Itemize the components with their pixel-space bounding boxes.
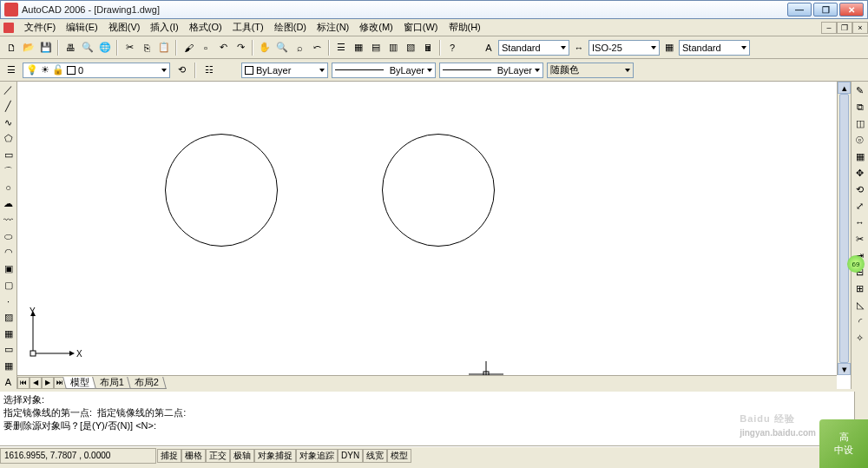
lineweight-dropdown[interactable]: ByLayer [439, 63, 543, 78]
fillet-icon[interactable]: ◜ [853, 314, 867, 328]
vertical-scrollbar[interactable]: ▴ ▾ [837, 82, 851, 375]
point-icon[interactable]: · [2, 294, 16, 308]
table-style-icon[interactable]: ▦ [661, 40, 677, 56]
offset-icon[interactable]: ⦾ [853, 133, 867, 147]
save-icon[interactable]: 💾 [38, 40, 54, 56]
command-text[interactable]: 选择对象: 指定镜像线的第一点: 指定镜像线的第二点: 要删除源对象吗？[是(Y… [0, 392, 854, 445]
mdi-close[interactable]: × [852, 22, 868, 34]
table-style-dropdown[interactable]: Standard [679, 40, 750, 56]
menu-insert[interactable]: 插入(I) [145, 19, 183, 36]
trim-icon[interactable]: ✂ [853, 232, 867, 246]
toggle-otrack[interactable]: 对象追踪 [296, 449, 338, 463]
undo-icon[interactable]: ↶ [215, 40, 231, 56]
new-icon[interactable]: 🗋 [3, 40, 19, 56]
erase-icon[interactable]: ✎ [853, 83, 867, 97]
explode-icon[interactable]: ✧ [853, 331, 867, 345]
ellipse-arc-icon[interactable]: ◠ [2, 246, 16, 260]
paste-icon[interactable]: 📋 [156, 40, 172, 56]
help-icon[interactable]: ? [444, 40, 460, 56]
region-icon[interactable]: ▭ [2, 343, 16, 357]
text-style-dropdown[interactable]: Standard [498, 40, 569, 56]
command-window[interactable]: 选择对象: 指定镜像线的第一点: 指定镜像线的第二点: 要删除源对象吗？[是(Y… [0, 389, 868, 446]
menu-draw[interactable]: 绘图(D) [269, 19, 312, 36]
tab-prev-icon[interactable]: ◀ [30, 377, 42, 389]
mtext-icon[interactable]: A [2, 375, 16, 389]
text-style-icon[interactable]: A [481, 40, 496, 56]
gradient-icon[interactable]: ▦ [2, 326, 16, 340]
dim-style-icon[interactable]: ↔ [571, 40, 587, 56]
open-icon[interactable]: 📂 [21, 40, 36, 56]
calc-icon[interactable]: 🖩 [420, 40, 436, 56]
toggle-ortho[interactable]: 正交 [206, 449, 230, 463]
revcloud-icon[interactable]: ☁ [2, 197, 16, 211]
zoom-window-icon[interactable]: ⌕ [292, 40, 307, 56]
color-dropdown[interactable]: ByLayer [241, 63, 328, 78]
preview-icon[interactable]: 🔍 [80, 40, 95, 56]
mdi-minimize[interactable]: – [821, 22, 837, 34]
polyline-icon[interactable]: ∿ [2, 115, 16, 129]
design-center-icon[interactable]: ▦ [351, 40, 366, 56]
stretch-icon[interactable]: ↔ [853, 215, 867, 229]
close-button[interactable]: ✕ [839, 3, 864, 16]
properties-icon[interactable]: ☰ [333, 40, 349, 56]
tab-layout2[interactable]: 布局2 [127, 377, 167, 389]
rotate-icon[interactable]: ⟲ [853, 182, 867, 196]
scale-icon[interactable]: ⤢ [853, 199, 867, 213]
publish-icon[interactable]: 🌐 [97, 40, 113, 56]
scroll-down-icon[interactable]: ▾ [838, 363, 851, 375]
menu-help[interactable]: 帮助(H) [444, 19, 486, 36]
rectangle-icon[interactable]: ▭ [2, 148, 16, 162]
table-icon[interactable]: ▦ [2, 359, 16, 373]
sheet-set-icon[interactable]: ▥ [385, 40, 401, 56]
tab-layout1[interactable]: 布局1 [92, 377, 132, 389]
menu-edit[interactable]: 编辑(E) [61, 19, 103, 36]
maximize-button[interactable]: ❐ [813, 3, 838, 16]
layer-states-icon[interactable]: ☷ [201, 63, 217, 78]
toggle-model[interactable]: 模型 [387, 449, 411, 463]
layer-dropdown[interactable]: 💡 ☀ 🔓 0 [23, 63, 170, 78]
drawing-canvas[interactable]: X Y [17, 82, 837, 375]
dim-style-dropdown[interactable]: ISO-25 [589, 40, 660, 56]
toggle-polar[interactable]: 极轴 [230, 449, 254, 463]
tab-next-icon[interactable]: ▶ [42, 377, 54, 389]
polygon-icon[interactable]: ⬠ [2, 132, 16, 146]
horizontal-scrollbar[interactable] [170, 378, 837, 388]
menu-dimension[interactable]: 标注(N) [312, 19, 354, 36]
copy-icon[interactable]: ⎘ [139, 40, 155, 56]
redo-icon[interactable]: ↷ [233, 40, 248, 56]
print-icon[interactable]: 🖶 [62, 40, 78, 56]
arc-icon[interactable]: ⌒ [2, 164, 16, 178]
spline-icon[interactable]: 〰 [2, 214, 16, 227]
line-icon[interactable]: ／ [2, 83, 16, 97]
pan-icon[interactable]: ✋ [257, 40, 273, 56]
menu-view[interactable]: 视图(V) [103, 19, 146, 36]
scroll-thumb[interactable] [839, 94, 849, 363]
plotstyle-dropdown[interactable]: 随颜色 [547, 63, 634, 78]
zoom-prev-icon[interactable]: ⤺ [309, 40, 325, 56]
toggle-lwt[interactable]: 线宽 [363, 449, 387, 463]
markup-icon[interactable]: ▧ [403, 40, 418, 56]
toggle-snap[interactable]: 捕捉 [157, 449, 181, 463]
menu-file[interactable]: 文件(F) [19, 19, 61, 36]
menu-format[interactable]: 格式(O) [184, 19, 227, 36]
minimize-button[interactable]: — [787, 3, 812, 16]
circle-object-1[interactable] [165, 134, 278, 247]
toggle-osnap[interactable]: 对象捕捉 [254, 449, 296, 463]
tool-palette-icon[interactable]: ▤ [368, 40, 384, 56]
chamfer-icon[interactable]: ◺ [853, 298, 867, 312]
matchprop-icon[interactable]: 🖌 [181, 40, 196, 56]
communication-center-icon[interactable]: 69 [847, 255, 865, 273]
block-icon[interactable]: ▫ [198, 40, 214, 56]
menu-window[interactable]: 窗口(W) [398, 19, 444, 36]
toggle-grid[interactable]: 栅格 [181, 449, 206, 463]
layer-prev-icon[interactable]: ⟲ [174, 63, 189, 78]
hatch-icon[interactable]: ▨ [2, 311, 16, 325]
circle-icon[interactable]: ○ [2, 181, 16, 194]
layer-manager-icon[interactable]: ☰ [3, 63, 19, 78]
cut-icon[interactable]: ✂ [122, 40, 137, 56]
copy-obj-icon[interactable]: ⧉ [853, 100, 867, 114]
zoom-realtime-icon[interactable]: 🔍 [274, 40, 290, 56]
scroll-up-icon[interactable]: ▴ [838, 82, 851, 94]
move-icon[interactable]: ✥ [853, 166, 867, 180]
ellipse-icon[interactable]: ⬭ [2, 229, 16, 243]
